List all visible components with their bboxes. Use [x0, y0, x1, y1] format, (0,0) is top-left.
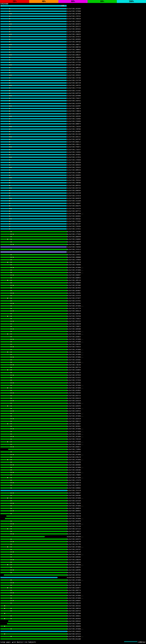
alignment-row[interactable]: UniRef100_C9SX53: [0, 166, 146, 169]
alignment-row[interactable]: UniRef100_UP1000...: [0, 338, 146, 340]
alignment-row[interactable]: UniRef100_C7YYZ9: [0, 87, 146, 89]
alignment-row[interactable]: UniRef100_B5X8U5: [0, 389, 146, 392]
hit-accession-label[interactable]: UniRef100_Q96UL8: [67, 310, 81, 312]
alignment-row[interactable]: UniRef100_A8MSG1: [0, 243, 146, 246]
hit-bar[interactable]: [0, 467, 67, 468]
hit-accession-label[interactable]: UniRef100_B6K0B9: [67, 464, 81, 466]
hit-bar[interactable]: [0, 595, 67, 596]
hit-accession-label[interactable]: UniRef100_Q9M754: [67, 67, 81, 68]
hit-bar[interactable]: [0, 382, 67, 383]
alignment-row[interactable]: UniRef100_B5XF64: [0, 302, 146, 304]
alignment-row[interactable]: UniRef100_UP1000...: [0, 412, 146, 415]
hit-bar[interactable]: [0, 144, 67, 145]
hit-accession-label[interactable]: UniRef100_Q9NBW4: [67, 282, 81, 284]
alignment-row[interactable]: UniRef100_P29314: [0, 346, 146, 348]
alignment-row[interactable]: UniRef100_B4FF26: [0, 92, 146, 94]
hit-bar[interactable]: [0, 267, 67, 268]
hit-bar[interactable]: [0, 334, 67, 335]
alignment-row[interactable]: UniRef100_C6THR0: [0, 10, 146, 12]
hit-bar[interactable]: [0, 559, 67, 560]
hit-accession-label[interactable]: UniRef100_UP1000...: [67, 415, 83, 417]
hit-bar[interactable]: [0, 164, 67, 166]
hit-accession-label[interactable]: UniRef100_A7E6K0: [67, 159, 81, 160]
hit-bar[interactable]: [0, 477, 67, 478]
hit-bar[interactable]: [0, 452, 67, 452]
alignment-row[interactable]: UniRef100_A2QLL1: [0, 143, 146, 146]
alignment-row[interactable]: UniRef100_C1C1X0: [0, 525, 146, 528]
hit-bar[interactable]: [0, 492, 67, 494]
hit-bar[interactable]: [0, 310, 67, 312]
alignment-row[interactable]: UniRef100_Q2NS32: [0, 566, 146, 568]
hit-bar[interactable]: [0, 367, 67, 368]
alignment-row[interactable]: UniRef100_Q2GY48: [0, 192, 146, 194]
alignment-row[interactable]: UniRef100_A8Q0N8: [0, 256, 146, 258]
hit-accession-label[interactable]: UniRef100_UP1000...: [67, 413, 83, 414]
alignment-row[interactable]: UniRef100_B9WZ04: [0, 190, 146, 192]
alignment-row[interactable]: UniRef100_Q56F16: [0, 484, 146, 486]
hit-accession-label[interactable]: UniRef100_Q01JG6: [67, 584, 81, 586]
hit-bar[interactable]: [0, 408, 67, 409]
hit-accession-label[interactable]: UniRef100_Q4N0B2: [67, 487, 81, 489]
hit-bar[interactable]: [0, 44, 67, 45]
hit-accession-label[interactable]: UniRef100_P36584: [67, 226, 81, 227]
hit-bar[interactable]: [0, 256, 67, 258]
alignment-row[interactable]: UniRef100_B4L2I6: [0, 571, 146, 574]
hit-accession-label[interactable]: UniRef100_A5DYU1: [67, 100, 81, 102]
hit-bar[interactable]: [0, 318, 67, 319]
hit-bar[interactable]: [0, 387, 67, 388]
hit-accession-label[interactable]: UniRef100_UP1000...: [67, 546, 83, 548]
alignment-row[interactable]: UniRef100_C5DSD9: [0, 246, 146, 248]
alignment-row[interactable]: UniRef100_B9N769: [0, 46, 146, 48]
alignment-row[interactable]: UniRef100_C5DJM1: [0, 230, 146, 233]
hit-accession-label[interactable]: UniRef100_A8NYW6: [67, 182, 81, 184]
hit-bar[interactable]: [0, 636, 67, 637]
hit-accession-label[interactable]: UniRef100_B4L2I6: [67, 572, 81, 573]
hit-bar[interactable]: [0, 441, 67, 442]
hit-accession-label[interactable]: UniRef100_A2VE81: [67, 292, 81, 294]
alignment-row[interactable]: UniRef100_A2ZIF8: [0, 102, 146, 105]
alignment-row[interactable]: UniRef100_Q7S9P7: [0, 297, 146, 300]
hit-accession-label[interactable]: UniRef100_B1WDQ2: [67, 238, 81, 240]
hit-bar[interactable]: [0, 49, 67, 50]
alignment-row[interactable]: UniRef100_Q60E19: [0, 481, 146, 484]
hit-bar[interactable]: [0, 474, 67, 476]
hit-bar[interactable]: [0, 446, 67, 448]
hit-accession-label[interactable]: UniRef100_Q2N160: [67, 592, 81, 594]
hit-accession-label[interactable]: UniRef100_P14126: [67, 208, 81, 209]
alignment-row[interactable]: UniRef100_A9TZB3: [0, 64, 146, 66]
hit-bar[interactable]: [0, 338, 67, 340]
hit-bar[interactable]: [0, 349, 67, 350]
hit-accession-label[interactable]: UniRef100_B9XEY6: [67, 251, 81, 253]
alignment-row[interactable]: UniRef100_B4H1K6: [0, 556, 146, 558]
alignment-row[interactable]: UniRef100_B4NIH6: [0, 561, 146, 563]
hit-accession-label[interactable]: UniRef100_Q5ZJZ2: [67, 320, 81, 322]
hit-bar[interactable]: [0, 328, 67, 330]
hit-accession-label[interactable]: UniRef100_C32M94: [67, 449, 81, 450]
hit-accession-label[interactable]: UniRef100_B3N249: [67, 559, 81, 560]
alignment-row[interactable]: UniRef100_UP1000...: [0, 553, 146, 556]
hit-bar[interactable]: [0, 603, 67, 604]
alignment-row[interactable]: UniRef100_Q6BXP8: [0, 235, 146, 238]
hit-bar[interactable]: [0, 131, 67, 132]
hit-bar[interactable]: [0, 34, 67, 35]
hit-accession-label[interactable]: UniRef100_B3RP16: [67, 410, 81, 412]
hit-bar[interactable]: [0, 141, 67, 142]
hit-bar[interactable]: [0, 198, 67, 199]
hit-bar[interactable]: [0, 420, 67, 422]
alignment-row[interactable]: UniRef100_Q7ZYR1: [0, 300, 146, 302]
hit-bar[interactable]: [0, 469, 67, 470]
hit-bar[interactable]: [0, 285, 67, 286]
hit-bar[interactable]: [7, 623, 67, 624]
hit-accession-label[interactable]: UniRef100_B0D5Q2: [67, 218, 81, 220]
hit-bar[interactable]: [0, 95, 67, 96]
hit-bar[interactable]: [0, 326, 67, 327]
hit-bar[interactable]: [0, 236, 67, 237]
hit-bar[interactable]: [0, 546, 67, 547]
alignment-row[interactable]: UniRef100_Q59AT8: [0, 520, 146, 522]
hit-bar[interactable]: [0, 110, 67, 112]
hit-accession-label[interactable]: UniRef100_Q6FTJ2: [67, 210, 81, 212]
hit-accession-label[interactable]: UniRef100_C5FN59: [67, 259, 81, 260]
hit-bar[interactable]: [0, 505, 67, 506]
hit-bar[interactable]: [0, 308, 67, 309]
hit-bar[interactable]: [0, 244, 67, 245]
